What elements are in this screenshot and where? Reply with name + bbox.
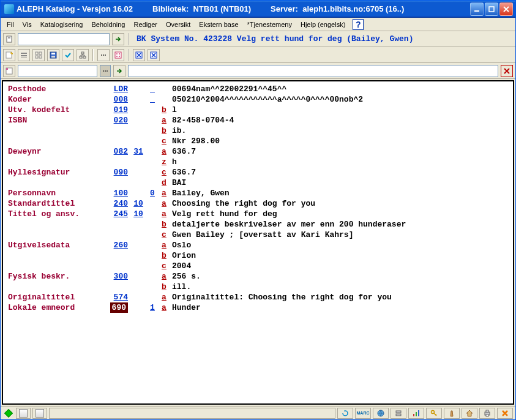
marc-row[interactable]: c2004: [8, 261, 508, 271]
field-tag[interactable]: 574: [106, 292, 130, 302]
tool-new-icon[interactable]: [3, 49, 15, 61]
subfield-code[interactable]: b: [159, 105, 170, 115]
status-marc-button[interactable]: MARC: [355, 408, 371, 419]
field-tag[interactable]: 082: [106, 146, 130, 157]
field-value[interactable]: 2004: [170, 261, 508, 271]
marc-row[interactable]: bill.: [8, 282, 508, 292]
marc-row[interactable]: PosthodeLDR_00694nam^^22002291^^45^^: [8, 84, 508, 94]
subfield-code[interactable]: a: [159, 302, 170, 313]
field-value[interactable]: 636.7: [170, 167, 508, 178]
field-tag[interactable]: 300: [106, 271, 130, 282]
subfield-code[interactable]: b: [159, 219, 170, 230]
field-tag[interactable]: 245: [106, 209, 130, 219]
marc-row[interactable]: Lokale emneord6901aHunder: [8, 302, 508, 313]
status-home-button[interactable]: [462, 408, 477, 419]
location-input[interactable]: [18, 33, 110, 45]
marc-row[interactable]: dBAI: [8, 178, 508, 188]
subfield-code[interactable]: c: [159, 261, 170, 271]
field-tag[interactable]: 240: [106, 198, 130, 209]
field-value[interactable]: Bailey, Gwen: [170, 188, 508, 198]
subfield-code[interactable]: a: [159, 198, 170, 209]
menu-vis[interactable]: Vis: [19, 20, 36, 29]
subfield-code[interactable]: b: [159, 126, 170, 136]
marc-row[interactable]: Personnavn1000aBailey, Gwen: [8, 188, 508, 198]
field-value[interactable]: 00694nam^^22002291^^45^^: [170, 84, 508, 94]
menu-tjenestemeny[interactable]: *Tjenestemeny: [244, 20, 296, 29]
menu-hjelp[interactable]: Hjelp (engelsk): [297, 20, 349, 29]
marc-row[interactable]: zh: [8, 157, 508, 167]
field-indicator2[interactable]: _: [146, 94, 159, 105]
tool-close-x1-button[interactable]: [133, 49, 145, 61]
tool-ellipsis-button[interactable]: [97, 49, 110, 61]
field-indicator1[interactable]: 31: [130, 146, 146, 157]
field-value[interactable]: Oslo: [170, 240, 508, 250]
field-tag[interactable]: 020: [106, 115, 130, 126]
marc-row[interactable]: bOrion: [8, 250, 508, 261]
marc-row[interactable]: cGwen Bailey ; [oversatt av Kari Kahrs]: [8, 230, 508, 240]
marc-row[interactable]: Fysisk beskr.300a256 s.: [8, 271, 508, 282]
marc-row[interactable]: Utv. kodefelt019bl: [8, 105, 508, 115]
tool-close-x2-button[interactable]: [148, 49, 160, 61]
tool-check-icon[interactable]: [62, 49, 74, 61]
field-value[interactable]: Originaltittel: Choosing the right dog f…: [170, 292, 508, 302]
field-value[interactable]: l: [170, 105, 508, 115]
field-value[interactable]: Hunder: [170, 302, 508, 313]
subfield-code[interactable]: b: [159, 282, 170, 292]
subfield-code[interactable]: c: [159, 136, 170, 146]
status-print-button[interactable]: [479, 408, 495, 419]
location-pick-button[interactable]: [3, 33, 15, 45]
editor-field-dropdown[interactable]: [100, 65, 111, 77]
field-value[interactable]: Orion: [170, 250, 508, 261]
close-button[interactable]: [499, 2, 513, 16]
status-stop-button[interactable]: [497, 408, 513, 419]
field-value[interactable]: detaljerte beskrivelser av mer enn 200 h…: [170, 219, 508, 230]
location-go-button[interactable]: [112, 33, 124, 45]
marc-row[interactable]: bdetaljerte beskrivelser av mer enn 200 …: [8, 219, 508, 230]
tool-tree-icon[interactable]: [77, 49, 89, 61]
field-value[interactable]: BAI: [170, 178, 508, 188]
marc-row[interactable]: Hyllesignatur090c636.7: [8, 167, 508, 178]
field-value[interactable]: 636.7: [170, 146, 508, 157]
marc-row[interactable]: bib.: [8, 126, 508, 136]
field-indicator2[interactable]: _: [146, 84, 159, 94]
editor-go-button[interactable]: [113, 65, 125, 77]
editor-field-input[interactable]: [18, 65, 97, 77]
status-tower-button[interactable]: [444, 408, 460, 419]
field-tag[interactable]: 090: [106, 167, 130, 178]
field-tag[interactable]: 008: [106, 94, 130, 105]
status-window1-button[interactable]: [16, 408, 31, 419]
field-value[interactable]: 82-458-0704-4: [170, 115, 508, 126]
tool-dice-icon[interactable]: [112, 49, 124, 61]
status-window2-button[interactable]: [32, 408, 47, 419]
subfield-code[interactable]: a: [159, 146, 170, 157]
subfield-code[interactable]: b: [159, 250, 170, 261]
subfield-code[interactable]: c: [159, 230, 170, 240]
status-globe-button[interactable]: [373, 408, 389, 419]
menu-oversikt[interactable]: Oversikt: [162, 20, 194, 29]
marc-row[interactable]: Utgivelsedata260aOslo: [8, 240, 508, 250]
subfield-code[interactable]: a: [159, 115, 170, 126]
menu-rediger[interactable]: Rediger: [130, 20, 161, 29]
status-refresh-button[interactable]: [337, 408, 353, 419]
help-icon[interactable]: ?: [353, 19, 364, 30]
tool-grid-icon[interactable]: [32, 49, 45, 61]
status-chart-button[interactable]: [408, 408, 424, 419]
editor-mode-button[interactable]: [3, 65, 15, 77]
subfield-code[interactable]: d: [159, 178, 170, 188]
field-value[interactable]: 050210^2004^^^^^^^^^^^a^^^^^0^^^^00nob^2: [170, 94, 508, 105]
menu-beholdning[interactable]: Beholdning: [88, 20, 129, 29]
field-indicator1[interactable]: 10: [130, 209, 146, 219]
field-indicator2[interactable]: 1: [146, 302, 159, 313]
field-value[interactable]: h: [170, 157, 508, 167]
subfield-code[interactable]: a: [159, 240, 170, 250]
subfield-code[interactable]: z: [159, 157, 170, 167]
marc-row[interactable]: cNkr 298.00: [8, 136, 508, 146]
menu-katalogisering[interactable]: Katalogisering: [37, 20, 87, 29]
field-value[interactable]: 256 s.: [170, 271, 508, 282]
menu-fil[interactable]: Fil: [3, 20, 18, 29]
field-indicator2[interactable]: 0: [146, 188, 159, 198]
subfield-code[interactable]: c: [159, 167, 170, 178]
field-indicator1[interactable]: 10: [130, 198, 146, 209]
subfield-code[interactable]: a: [159, 188, 170, 198]
field-value[interactable]: Velg rett hund for deg: [170, 209, 508, 219]
